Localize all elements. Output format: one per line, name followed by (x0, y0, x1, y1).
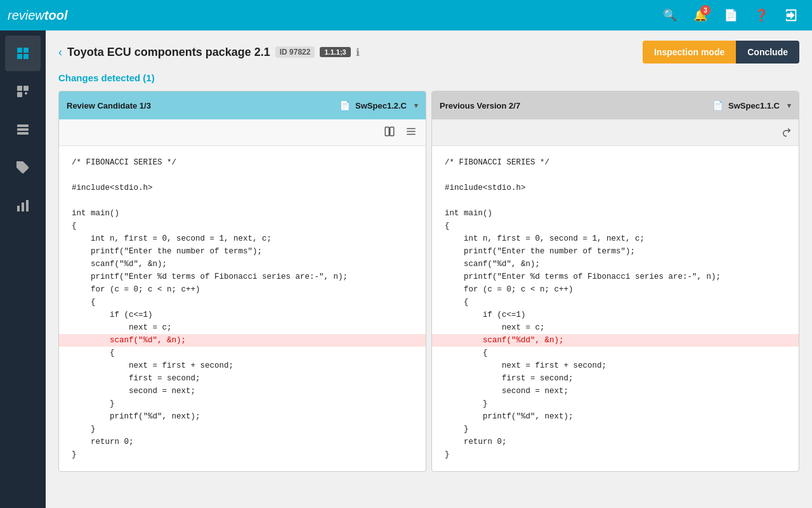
diff-panels: Review Candidate 1/3 📄 SwSpec1.2.C ▾ (58, 91, 799, 472)
code-line: } (445, 448, 786, 461)
sidebar-item-items[interactable] (5, 112, 41, 147)
svg-rect-14 (390, 127, 394, 136)
previous-header-left: Previous Version 2/7 (440, 101, 520, 110)
svg-rect-6 (17, 92, 22, 97)
code-line: } (72, 448, 413, 461)
code-line: return 0; (445, 436, 786, 448)
svg-rect-3 (23, 54, 29, 59)
file-icon-candidate: 📄 (339, 100, 350, 110)
code-line: { (445, 220, 786, 232)
changes-detected-label: Changes detected (1) (58, 72, 799, 83)
previous-file-label: SwSpec1.1.C (728, 101, 780, 110)
split-view-icon[interactable] (381, 123, 398, 142)
documents-button[interactable]: 📄 (718, 3, 743, 28)
candidate-panel-title: Review Candidate 1/3 (67, 101, 151, 110)
candidate-file-label: SwSpec1.2.C (355, 101, 407, 110)
code-line: /* FIBONACCI SERIES */ (445, 156, 786, 169)
list-view-icon[interactable] (403, 123, 419, 142)
code-line (445, 194, 786, 207)
code-line (445, 169, 786, 182)
code-line: if (c<=1) (445, 309, 786, 321)
code-line: int main() (445, 207, 786, 220)
previous-header-right: 📄 SwSpec1.1.C ▾ (712, 100, 791, 110)
file-icon-previous: 📄 (712, 100, 723, 110)
code-line: return 0; (72, 436, 413, 448)
code-line: first = second; (72, 372, 413, 385)
code-line: /* FIBONACCI SERIES */ (72, 156, 413, 169)
info-icon[interactable]: ℹ (356, 46, 360, 58)
code-line: { (72, 347, 413, 359)
code-line: { (72, 220, 413, 232)
notification-badge: 3 (700, 5, 710, 15)
code-line (72, 194, 413, 207)
back-button[interactable]: ‹ (58, 46, 62, 59)
candidate-header-right: 📄 SwSpec1.2.C ▾ (339, 100, 418, 110)
topnav: reviewtool 🔍 🔔 3 📄 ❓ (0, 0, 812, 30)
code-line: #include<stdio.h> (445, 182, 786, 194)
code-line: next = c; (445, 321, 786, 334)
code-line: } (445, 398, 786, 410)
previous-toolbar (432, 119, 799, 146)
previous-panel-header: Previous Version 2/7 📄 SwSpec1.1.C ▾ (432, 91, 799, 119)
svg-rect-13 (385, 127, 389, 136)
inspection-mode-button[interactable]: Inspection mode (643, 41, 736, 64)
code-line: second = next; (445, 385, 786, 398)
svg-rect-5 (23, 86, 29, 91)
header-actions: Inspection mode Conclude (643, 41, 799, 64)
search-button[interactable]: 🔍 (657, 3, 683, 28)
previous-code: /* FIBONACCI SERIES */ #include<stdio.h>… (432, 146, 799, 471)
code-line: scanf("%d", &n); (445, 258, 786, 271)
app-logo: reviewtool (8, 8, 67, 23)
code-line: for (c = 0; c < n; c++) (445, 283, 786, 296)
code-line: printf("%d", next); (72, 410, 413, 423)
svg-rect-4 (17, 86, 22, 91)
code-line: } (72, 398, 413, 410)
logout-button[interactable] (779, 3, 804, 28)
code-line: int n, first = 0, second = 1, next, c; (445, 232, 786, 245)
code-line: printf("Enter %d terms of Fibonacci seri… (445, 271, 786, 283)
candidate-panel: Review Candidate 1/3 📄 SwSpec1.2.C ▾ (58, 91, 426, 472)
code-line: { (445, 296, 786, 309)
sidebar-item-stats[interactable] (5, 188, 41, 224)
svg-rect-12 (26, 200, 29, 211)
sidebar-item-tags[interactable] (5, 150, 41, 185)
code-line: { (72, 296, 413, 309)
svg-rect-2 (17, 54, 22, 59)
previous-panel-title: Previous Version 2/7 (440, 101, 520, 110)
candidate-header-left: Review Candidate 1/3 (67, 101, 151, 110)
code-line: first = second; (445, 372, 786, 385)
code-line: } (72, 423, 413, 436)
svg-rect-8 (17, 128, 29, 131)
candidate-panel-header: Review Candidate 1/3 📄 SwSpec1.2.C ▾ (59, 91, 426, 119)
code-line: scanf("%d", &n); (72, 258, 413, 271)
code-line: #include<stdio.h> (72, 182, 413, 194)
previous-dropdown-arrow[interactable]: ▾ (787, 102, 791, 110)
page-title-area: ‹ Toyota ECU components package 2.1 ID 9… (58, 46, 360, 59)
candidate-highlight-line: scanf("%d", &n); (59, 334, 426, 347)
previous-highlight-line: scanf("%dd", &n); (432, 334, 799, 347)
code-line: for (c = 0; c < n; c++) (72, 283, 413, 296)
code-line: printf("Enter the number of terms"); (445, 245, 786, 258)
version-badge: 1.1.1;3 (320, 47, 350, 57)
help-button[interactable]: ❓ (749, 3, 774, 28)
notifications-button[interactable]: 🔔 3 (688, 3, 713, 28)
page-title: Toyota ECU components package 2.1 (67, 46, 270, 59)
id-badge: ID 97822 (275, 46, 315, 58)
svg-rect-10 (17, 206, 20, 211)
code-line: printf("Enter the number of terms"); (72, 245, 413, 258)
code-line: next = first + second; (445, 359, 786, 372)
conclude-button[interactable]: Conclude (736, 41, 799, 64)
undo-icon[interactable] (781, 126, 792, 140)
sidebar-item-add[interactable] (5, 74, 41, 109)
sidebar (0, 30, 46, 508)
svg-rect-11 (22, 203, 24, 211)
svg-rect-1 (23, 48, 29, 53)
candidate-code: /* FIBONACCI SERIES */ #include<stdio.h>… (59, 146, 426, 471)
code-line: second = next; (72, 385, 413, 398)
code-line: next = first + second; (72, 359, 413, 372)
code-line: } (445, 423, 786, 436)
candidate-dropdown-arrow[interactable]: ▾ (414, 102, 418, 110)
sidebar-item-dashboard[interactable] (5, 36, 41, 71)
candidate-toolbar (59, 119, 426, 146)
code-line: { (445, 347, 786, 359)
